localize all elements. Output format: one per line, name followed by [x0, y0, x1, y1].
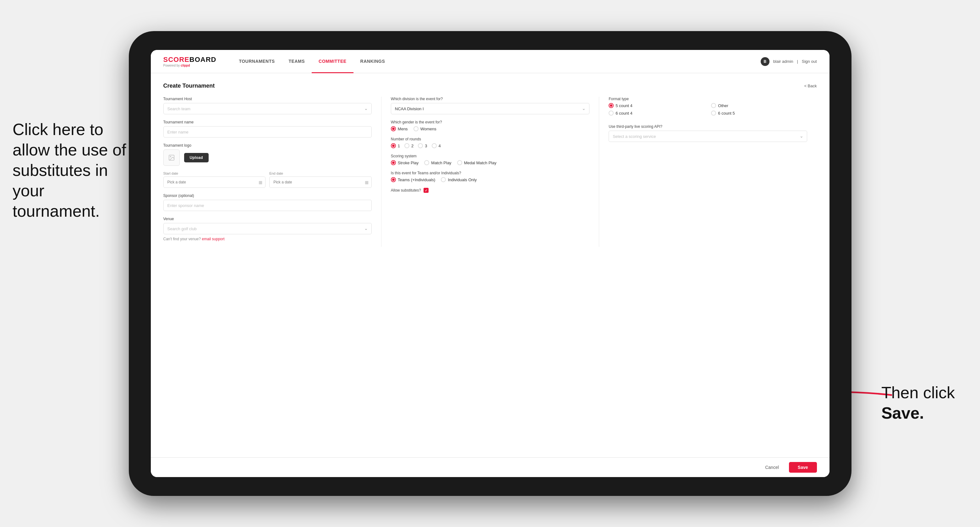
event-individuals-label: Individuals Only: [448, 178, 477, 182]
format-5count4-radio[interactable]: [609, 103, 614, 108]
event-teams-label: Teams (+Individuals): [398, 178, 436, 182]
event-individuals-radio[interactable]: [441, 177, 446, 182]
allow-subs-row: Allow substitutes? ✓: [391, 188, 589, 193]
event-individuals[interactable]: Individuals Only: [441, 177, 477, 182]
rounds-4[interactable]: 4: [432, 143, 441, 148]
host-input[interactable]: [163, 103, 372, 114]
start-date-input[interactable]: [163, 176, 266, 188]
rounds-4-label: 4: [439, 143, 441, 148]
scoring-match[interactable]: Match Play: [424, 160, 451, 165]
format-6count4-radio[interactable]: [609, 111, 614, 116]
division-label: Which division is the event for?: [391, 97, 589, 101]
format-radio-grid: 5 count 4 Other 6 count 4: [609, 103, 807, 116]
rounds-3[interactable]: 3: [418, 143, 427, 148]
calendar-icon: ▦: [259, 180, 262, 185]
rounds-3-label: 3: [425, 143, 427, 148]
gender-mens-radio[interactable]: [391, 126, 396, 131]
format-6count5-label: 6 count 5: [718, 111, 735, 116]
format-5count4-label: 5 count 4: [616, 103, 633, 108]
rounds-2[interactable]: 2: [404, 143, 414, 148]
end-date-input[interactable]: [269, 176, 372, 188]
host-label: Tournament Host: [163, 97, 372, 101]
gender-womens-label: Womens: [420, 127, 436, 131]
scoring-radio-group: Stroke Play Match Play Medal Match Play: [391, 160, 589, 165]
rounds-3-radio[interactable]: [418, 143, 423, 148]
nav-rankings[interactable]: RANKINGS: [353, 50, 392, 73]
event-teams-radio[interactable]: [391, 177, 396, 182]
sign-out-link[interactable]: Sign out: [802, 59, 817, 64]
avatar: B: [761, 57, 770, 66]
nav-tournaments[interactable]: TOURNAMENTS: [232, 50, 282, 73]
event-type-label: Is this event for Teams and/or Individua…: [391, 171, 589, 175]
logo-scoreboard: SCOREBOARD: [163, 56, 216, 64]
venue-input[interactable]: [163, 223, 372, 234]
rounds-2-radio[interactable]: [404, 143, 409, 148]
gender-mens[interactable]: Mens: [391, 126, 408, 131]
gender-label: Which gender is the event for?: [391, 120, 589, 124]
logo-group: Tournament logo Upload: [163, 143, 372, 166]
nav-committee[interactable]: COMMITTEE: [312, 50, 353, 73]
format-6count4[interactable]: 6 count 4: [609, 111, 705, 116]
logo-area: SCOREBOARD Powered by clippd: [163, 56, 216, 67]
back-link[interactable]: < Back: [804, 84, 817, 88]
format-other-label: Other: [718, 103, 728, 108]
scoring-stroke-radio[interactable]: [391, 160, 396, 165]
format-other[interactable]: Other: [711, 103, 807, 108]
start-date-group: Start date ▦: [163, 171, 266, 188]
gender-group: Which gender is the event for? Mens Wome…: [391, 120, 589, 131]
format-label: Format type: [609, 97, 807, 101]
scoring-match-radio[interactable]: [424, 160, 429, 165]
format-other-radio[interactable]: [711, 103, 716, 108]
venue-group: Venue Can't find your venue? email suppo…: [163, 217, 372, 241]
rounds-radio-group: 1 2 3 4: [391, 143, 589, 148]
cancel-button[interactable]: Cancel: [759, 462, 784, 472]
logo-label: Tournament logo: [163, 143, 372, 148]
scoring-medal-radio[interactable]: [457, 160, 462, 165]
form-col-1: Tournament Host Tournament name Tourname…: [163, 97, 381, 247]
nav-teams[interactable]: TEAMS: [282, 50, 312, 73]
cant-find-text: Can't find your venue? email support: [163, 237, 372, 241]
page-content: Create Tournament < Back Tournament Host…: [151, 73, 829, 457]
start-date-wrap: ▦: [163, 176, 266, 188]
sponsor-input[interactable]: [163, 200, 372, 211]
format-6count5[interactable]: 6 count 5: [711, 111, 807, 116]
allow-subs-label: Allow substitutes?: [391, 188, 421, 192]
end-date-group: End date ▦: [269, 171, 372, 188]
format-5count4[interactable]: 5 count 4: [609, 103, 705, 108]
api-group: Use third-party live scoring API? Select…: [609, 124, 807, 142]
rounds-4-radio[interactable]: [432, 143, 437, 148]
rounds-group: Number of rounds 1 2: [391, 137, 589, 148]
user-name: blair admin: [773, 59, 793, 64]
scoring-label: Scoring system: [391, 154, 589, 158]
api-select[interactable]: Select a scoring service: [609, 131, 807, 142]
format-6count5-radio[interactable]: [711, 111, 716, 116]
division-select[interactable]: NCAA Division I: [391, 103, 589, 114]
logo-placeholder: [163, 149, 180, 166]
tournament-name-input[interactable]: [163, 126, 372, 138]
format-group: Format type 5 count 4 Other: [609, 97, 807, 116]
upload-button[interactable]: Upload: [184, 153, 208, 162]
format-6count4-label: 6 count 4: [616, 111, 633, 116]
svg-point-3: [170, 156, 171, 157]
allow-subs-checkbox[interactable]: ✓: [423, 188, 429, 193]
save-button[interactable]: Save: [789, 462, 817, 473]
scoring-medal[interactable]: Medal Match Play: [457, 160, 496, 165]
scoring-medal-label: Medal Match Play: [464, 160, 496, 165]
email-support-link[interactable]: email support: [202, 237, 225, 241]
event-teams[interactable]: Teams (+Individuals): [391, 177, 436, 182]
gender-radio-group: Mens Womens: [391, 126, 589, 131]
host-select-wrapper: [163, 103, 372, 114]
page-title: Create Tournament: [163, 83, 215, 89]
division-group: Which division is the event for? NCAA Di…: [391, 97, 589, 114]
form-grid: Tournament Host Tournament name Tourname…: [163, 97, 817, 247]
scoring-stroke[interactable]: Stroke Play: [391, 160, 418, 165]
start-date-label: Start date: [163, 171, 266, 175]
gender-womens[interactable]: Womens: [414, 126, 436, 131]
page-header: Create Tournament < Back: [163, 83, 817, 89]
api-select-wrapper: Select a scoring service: [609, 131, 807, 142]
rounds-1-radio[interactable]: [391, 143, 396, 148]
tournament-name-label: Tournament name: [163, 120, 372, 124]
rounds-1[interactable]: 1: [391, 143, 400, 148]
gender-womens-radio[interactable]: [414, 126, 418, 131]
scoring-match-label: Match Play: [431, 160, 451, 165]
